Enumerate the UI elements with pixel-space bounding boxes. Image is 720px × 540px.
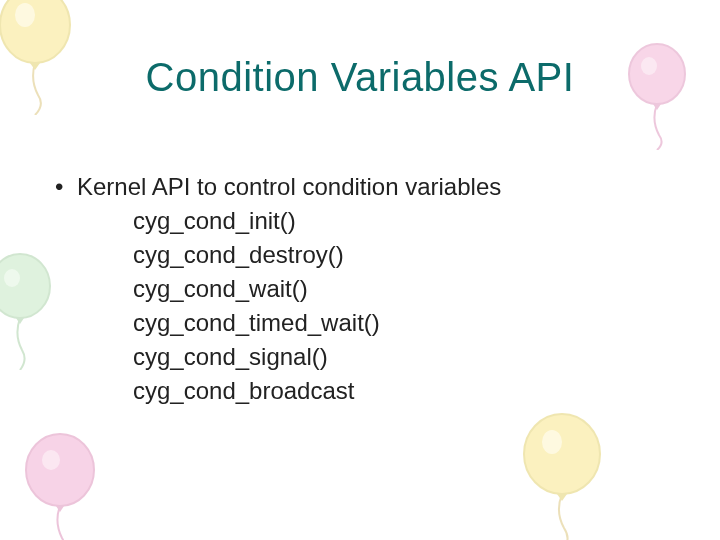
api-list: cyg_cond_init() cyg_cond_destroy() cyg_c… [133, 204, 501, 408]
api-item: cyg_cond_init() [133, 204, 501, 238]
svg-point-6 [26, 434, 94, 506]
decoration-balloon-bottom-left [15, 430, 115, 540]
slide-title: Condition Variables API [0, 55, 720, 100]
bullet-item: • Kernel API to control condition variab… [55, 170, 501, 204]
svg-point-5 [4, 269, 20, 287]
svg-point-8 [524, 414, 600, 494]
api-item: cyg_cond_wait() [133, 272, 501, 306]
svg-point-0 [0, 0, 70, 63]
svg-point-9 [542, 430, 562, 454]
api-item: cyg_cond_broadcast [133, 374, 501, 408]
svg-point-1 [15, 3, 35, 27]
bullet-marker: • [55, 170, 77, 204]
api-item: cyg_cond_signal() [133, 340, 501, 374]
slide-content: • Kernel API to control condition variab… [55, 170, 501, 409]
api-item: cyg_cond_destroy() [133, 238, 501, 272]
svg-point-7 [42, 450, 60, 470]
decoration-balloon-bottom-right [510, 410, 620, 540]
api-item: cyg_cond_timed_wait() [133, 306, 501, 340]
svg-point-4 [0, 254, 50, 318]
bullet-text: Kernel API to control condition variable… [77, 170, 501, 204]
